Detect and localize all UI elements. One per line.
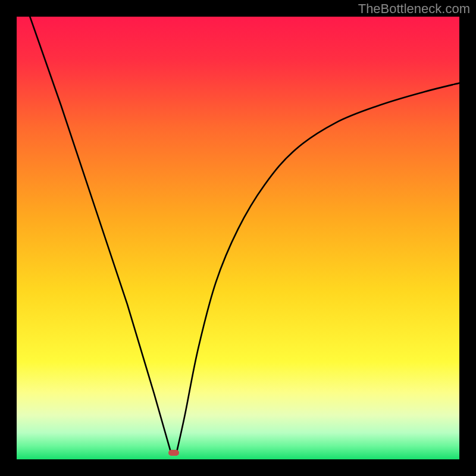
plot-area xyxy=(17,17,459,459)
chart-container: TheBottleneck.com xyxy=(0,0,476,476)
watermark-text: TheBottleneck.com xyxy=(358,1,470,17)
bottleneck-curve xyxy=(17,17,459,459)
minimum-marker xyxy=(168,450,179,456)
